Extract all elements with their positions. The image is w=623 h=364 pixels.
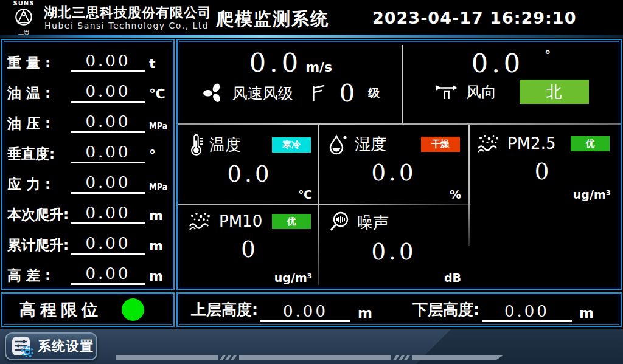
measure-row-total-climb: 累计爬升: 0.00 m <box>7 227 170 257</box>
sensor-cell-empty <box>468 203 618 286</box>
system-settings-button[interactable]: 系统设置 <box>5 332 97 360</box>
sensor-value: 0.0 <box>319 160 468 186</box>
wind-speed-label: 风速风级 <box>232 83 293 103</box>
droplet-icon <box>328 133 349 155</box>
sensor-grid: 温度 寒冷 0.0 ℃ 湿度 干燥 <box>180 125 618 286</box>
upper-height-group: 上层高度: 0.00 m <box>191 300 372 322</box>
sansi-logo-icon <box>13 7 34 27</box>
measure-label: 本次爬升: <box>7 205 71 227</box>
measurements-panel: 重 量 : 0.00 t 油 温 : 0.00 ℃ 油 压 : 0.00 MPa… <box>1 39 175 290</box>
measure-label: 油 温 : <box>7 84 71 105</box>
measure-row-verticality: 垂直度: 0.00 ° <box>7 136 170 166</box>
measure-label: 应 力 : <box>7 175 71 196</box>
fan-icon <box>202 81 225 105</box>
sensor-unit: ug/m³ <box>573 188 611 201</box>
measure-row-stress: 应 力 : 0.00 MPa <box>7 166 170 196</box>
measure-unit: m <box>149 269 170 287</box>
environment-panel: 0.0m/s 风速风级 <box>176 39 622 290</box>
lower-height-group: 下层高度: 0.00 m <box>412 300 594 322</box>
measure-row-height-diff: 高 差 : 0.00 m <box>7 257 170 287</box>
settings-button-label: 系统设置 <box>38 337 94 355</box>
sensor-label: PM2.5 <box>507 134 555 153</box>
measure-value: 0.00 <box>71 264 145 285</box>
page-title: 爬模监测系统 <box>216 7 329 32</box>
wind-direction-block: 0.0° 风向 北 <box>404 43 618 124</box>
lower-height-label: 下层高度: <box>412 300 479 322</box>
status-badge: 干燥 <box>421 137 460 152</box>
wind-level-unit: 级 <box>368 85 380 101</box>
measure-value: 0.00 <box>71 204 145 224</box>
measure-unit: MPa <box>149 120 165 136</box>
wind-vane-icon <box>433 81 459 102</box>
measure-unit: ℃ <box>149 86 170 105</box>
upper-height-unit: m <box>358 305 372 322</box>
status-badge: 优 <box>272 214 311 229</box>
sensor-cell-temperature: 温度 寒冷 0.0 ℃ <box>180 125 319 203</box>
sensor-unit: % <box>450 188 461 201</box>
noise-icon <box>328 211 351 234</box>
sensor-unit: dB <box>444 271 461 284</box>
header: SUNS 三思 湖北三思科技股份有限公司 Hubei Sansi Technol… <box>0 0 623 35</box>
elevation-limit-panel: 高程限位 <box>1 292 175 327</box>
elevation-limit-label: 高程限位 <box>19 299 102 321</box>
grid-divider-horizontal-1 <box>178 123 621 125</box>
measure-label: 高 差 : <box>7 266 71 287</box>
measure-row-oil-temp: 油 温 : 0.00 ℃ <box>7 75 170 105</box>
wind-level-value: 0 <box>339 79 355 107</box>
upper-height-value: 0.00 <box>260 302 350 322</box>
measure-row-oil-pressure: 油 压 : 0.00 MPa <box>7 105 170 136</box>
measure-unit: MPa <box>149 181 165 196</box>
monitor-screen: SUNS 三思 湖北三思科技股份有限公司 Hubei Sansi Technol… <box>0 0 623 364</box>
wind-flag-icon <box>309 83 326 103</box>
dust-icon <box>477 133 501 154</box>
layer-heights-panel: 上层高度: 0.00 m 下层高度: 0.00 m <box>176 292 622 327</box>
measure-unit: m <box>149 208 170 227</box>
wind-direction-unit: ° <box>545 47 551 62</box>
limit-status-indicator <box>122 298 144 321</box>
status-badge: 优 <box>571 136 610 151</box>
sensor-unit: ℃ <box>298 188 312 201</box>
sensor-value: 0.0 <box>319 239 468 265</box>
measure-label: 垂直度: <box>7 145 71 166</box>
measure-unit: t <box>149 56 170 75</box>
measure-value: 0.00 <box>71 234 145 255</box>
wind-speed-value: 0.0 <box>249 47 302 78</box>
wind-speed-block: 0.0m/s 风速风级 <box>180 43 402 124</box>
measure-row-current-climb: 本次爬升: 0.00 m <box>7 196 170 227</box>
thermometer-icon <box>189 133 203 156</box>
datetime-display: 2023-04-17 16:29:10 <box>372 9 576 27</box>
wind-direction-badge: 北 <box>520 80 589 104</box>
wind-section: 0.0m/s 风速风级 <box>180 43 618 124</box>
sensor-cell-noise: 噪声 0.0 dB <box>319 203 468 286</box>
lower-height-value: 0.00 <box>482 302 572 322</box>
wind-direction-value: 0.0 <box>472 48 524 78</box>
measure-value: 0.00 <box>71 82 145 103</box>
toolbar-decorative-stripes <box>116 355 504 360</box>
wind-divider <box>402 45 403 123</box>
measure-unit: m <box>149 238 170 257</box>
sensor-cell-humidity: 湿度 干燥 0.0 % <box>319 125 468 203</box>
dust-icon <box>189 211 213 232</box>
upper-height-label: 上层高度: <box>191 300 258 322</box>
measure-label: 累计爬升: <box>7 236 71 257</box>
measure-value: 0.00 <box>71 143 145 163</box>
sensor-label: 湿度 <box>355 134 386 155</box>
measure-label: 重 量 : <box>7 53 71 75</box>
measure-unit: ° <box>149 147 170 166</box>
sensor-cell-pm25: PM2.5 优 0 ug/m³ <box>468 125 618 203</box>
wind-direction-label: 风向 <box>466 82 496 102</box>
bottom-toolbar: 系统设置 <box>0 329 623 364</box>
settings-sliders-icon <box>11 335 33 357</box>
wind-speed-unit: m/s <box>305 60 332 75</box>
measure-value: 0.00 <box>71 173 145 194</box>
status-badge: 寒冷 <box>272 137 311 153</box>
measure-value: 0.00 <box>71 112 145 133</box>
sensor-value: 0 <box>468 159 618 185</box>
sensor-value: 0 <box>180 236 319 263</box>
sensor-value: 0.0 <box>180 161 319 187</box>
sensor-cell-pm10: PM10 优 0 ug/m³ <box>180 203 319 286</box>
measure-row-weight: 重 量 : 0.00 t <box>7 44 170 75</box>
header-divider <box>0 35 623 38</box>
sensor-label: 温度 <box>209 134 241 156</box>
sensor-label: PM10 <box>219 212 262 230</box>
